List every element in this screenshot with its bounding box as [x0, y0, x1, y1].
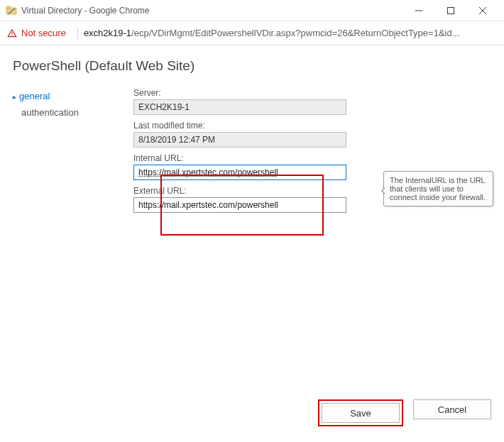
save-button[interactable]: Save [322, 403, 400, 423]
address-host: exch2k19-1 [84, 28, 131, 38]
window-titlebar: Virtual Directory - Google Chrome [0, 0, 504, 21]
page-title: PowerShell (Default Web Site) [13, 58, 491, 74]
browser-address-bar: Not secure exch2k19-1/ecp/VDirMgmt/EditP… [0, 21, 504, 45]
window-close-button[interactable] [466, 1, 498, 21]
warning-icon [7, 28, 17, 38]
internal-url-label: Internal URL: [133, 153, 491, 163]
tooltip-text: The InternalURL is the URL that clients … [390, 176, 486, 201]
svg-rect-1 [6, 6, 11, 9]
svg-rect-3 [447, 7, 454, 13]
server-value: EXCH2K19-1 [133, 99, 346, 115]
highlight-save-button: Save [318, 399, 403, 426]
internal-url-input[interactable] [133, 165, 346, 180]
external-url-input[interactable] [133, 197, 346, 213]
modified-label: Last modified time: [133, 121, 491, 131]
not-secure-indicator[interactable]: Not secure [7, 28, 66, 38]
internal-url-tooltip: The InternalURL is the URL that clients … [383, 171, 493, 206]
svg-point-7 [11, 35, 12, 35]
window-title: Virtual Directory - Google Chrome [21, 6, 402, 16]
footer-buttons: Save Cancel [318, 399, 491, 426]
sidebar-item-general[interactable]: general [13, 88, 133, 104]
address-divider [77, 28, 78, 39]
not-secure-label: Not secure [21, 28, 66, 38]
address-path: /ecp/VDirMgmt/EditPowershellVDir.aspx?pw… [131, 28, 459, 38]
window-minimize-button[interactable] [402, 1, 434, 21]
address-url[interactable]: exch2k19-1/ecp/VDirMgmt/EditPowershellVD… [84, 28, 460, 38]
window-maximize-button[interactable] [434, 1, 466, 21]
server-label: Server: [133, 88, 491, 98]
sidebar-item-authentication[interactable]: authentication [13, 104, 133, 121]
modified-value: 8/18/2019 12:47 PM [133, 132, 346, 148]
window-controls [402, 1, 498, 21]
sidebar: general authentication [13, 84, 133, 219]
cancel-button[interactable]: Cancel [413, 399, 491, 419]
app-icon [6, 5, 17, 16]
